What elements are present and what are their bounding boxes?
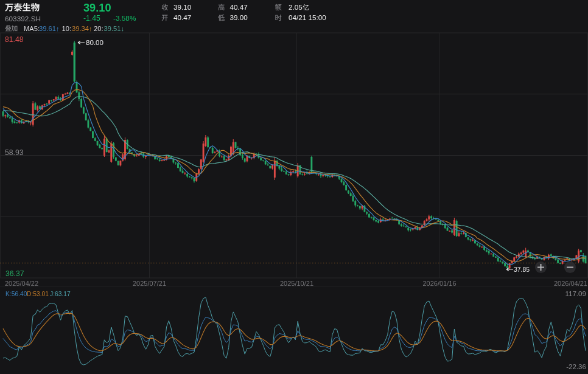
- svg-text:J:63.17: J:63.17: [50, 291, 71, 297]
- svg-text:58.93: 58.93: [5, 148, 24, 157]
- svg-text:39.10: 39.10: [173, 3, 192, 11]
- svg-text:80.00: 80.00: [86, 38, 103, 46]
- svg-text:-1.45: -1.45: [83, 14, 100, 23]
- svg-text:81.48: 81.48: [5, 35, 24, 44]
- svg-text:10:: 10:: [62, 25, 72, 32]
- svg-text:603392.SH: 603392.SH: [5, 15, 41, 23]
- svg-text:MA5:: MA5:: [24, 25, 40, 32]
- svg-text:117.09: 117.09: [565, 289, 586, 297]
- svg-text:39.34↑: 39.34↑: [72, 25, 93, 32]
- svg-text:39.51↓: 39.51↓: [104, 25, 125, 32]
- svg-text:40.47: 40.47: [173, 13, 191, 21]
- svg-text:-22.36: -22.36: [566, 362, 586, 370]
- svg-text:K:56.40: K:56.40: [5, 291, 27, 297]
- svg-text:40.47: 40.47: [230, 3, 248, 11]
- svg-text:37.85: 37.85: [514, 266, 530, 273]
- svg-text:2026/04/21: 2026/04/21: [554, 280, 587, 287]
- svg-text:2026/01/16: 2026/01/16: [422, 280, 456, 287]
- svg-text:36.37: 36.37: [5, 269, 24, 278]
- svg-text:20:: 20:: [94, 25, 103, 32]
- svg-text:2025/04/22: 2025/04/22: [5, 280, 38, 287]
- svg-text:39.10: 39.10: [83, 2, 111, 14]
- svg-text:2025/10/21: 2025/10/21: [280, 280, 313, 287]
- svg-text:D:53.01: D:53.01: [27, 291, 49, 297]
- svg-text:39.61↑: 39.61↑: [39, 25, 60, 32]
- svg-text:-3.58%: -3.58%: [113, 14, 136, 23]
- svg-text:2025/07/21: 2025/07/21: [133, 280, 166, 287]
- svg-text:2.05: 2.05: [289, 3, 303, 11]
- svg-text:39.00: 39.00: [230, 13, 248, 21]
- svg-text:04/21 15:00: 04/21 15:00: [289, 13, 326, 21]
